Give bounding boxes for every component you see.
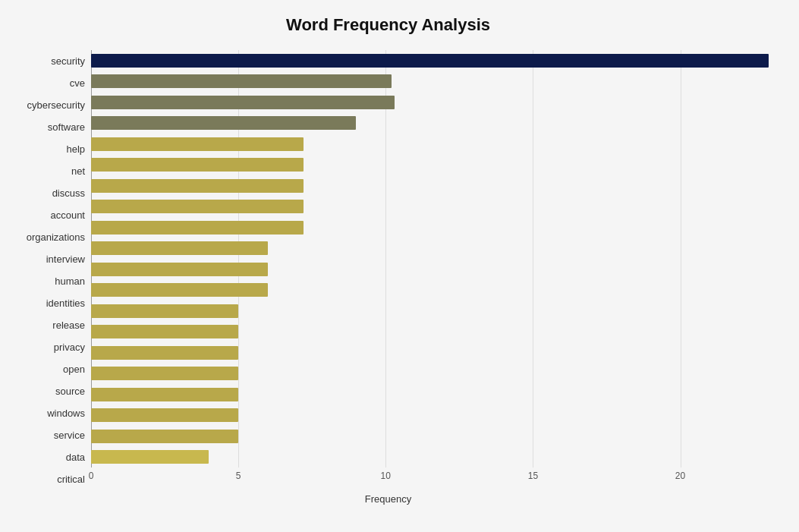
bar [91,388,238,401]
bar-row [91,303,769,320]
y-label: discuss [8,184,85,203]
bar-row [91,219,769,236]
bar [91,346,238,360]
x-axis-label: Frequency [8,493,769,505]
y-label: service [8,426,85,445]
bar-row [91,178,769,194]
y-label: cybersecurity [8,96,85,115]
bar [91,263,268,276]
y-label: source [8,382,85,401]
bar [91,408,238,422]
bar [91,221,304,235]
bar [91,367,238,380]
y-label: cve [8,74,85,93]
bar-row [91,428,769,445]
y-label: privacy [8,338,85,357]
y-label: human [8,272,85,291]
y-labels: securitycvecybersecuritysoftwarehelpnetd… [8,50,91,490]
y-label: open [8,360,85,379]
bar [91,325,238,338]
y-label: critical [8,470,85,490]
bar-row [91,115,769,131]
y-label: account [8,206,85,225]
y-label: data [8,448,85,467]
bar-row [91,198,769,215]
y-label: identities [8,294,85,313]
y-label: windows [8,404,85,423]
bar [91,304,238,318]
bar-row [91,94,769,111]
bar-row [91,386,769,403]
bar [91,158,304,172]
bar-row [91,345,769,361]
bar [91,74,392,88]
bar [91,116,356,130]
y-label: security [8,52,85,71]
bar [91,450,209,464]
bar [91,430,238,443]
bar [91,179,304,193]
bar-row [91,407,769,423]
bar-row [91,261,769,278]
bar [91,241,268,255]
bar-row [91,323,769,340]
chart-area: securitycvecybersecuritysoftwarehelpnetd… [8,50,769,490]
bar [91,283,268,297]
bar-row [91,73,769,90]
y-label: organizations [8,228,85,247]
bars-and-grid: 05101520 [91,50,769,490]
bar-row [91,449,769,465]
bar [91,137,304,151]
y-label: release [8,316,85,335]
bar [91,200,304,213]
bar-row [91,52,769,69]
y-label: software [8,118,85,137]
bars-wrapper [91,50,769,490]
chart-container: Word Frequency Analysis securitycvecyber… [0,0,799,532]
bar [91,96,395,109]
bar-row [91,282,769,298]
bar [91,54,769,68]
bar-row [91,136,769,153]
bar-row [91,156,769,173]
y-label: interview [8,250,85,269]
bar-row [91,240,769,257]
bar-row [91,365,769,382]
chart-title: Word Frequency Analysis [8,15,769,35]
y-label: net [8,162,85,181]
y-label: help [8,140,85,159]
